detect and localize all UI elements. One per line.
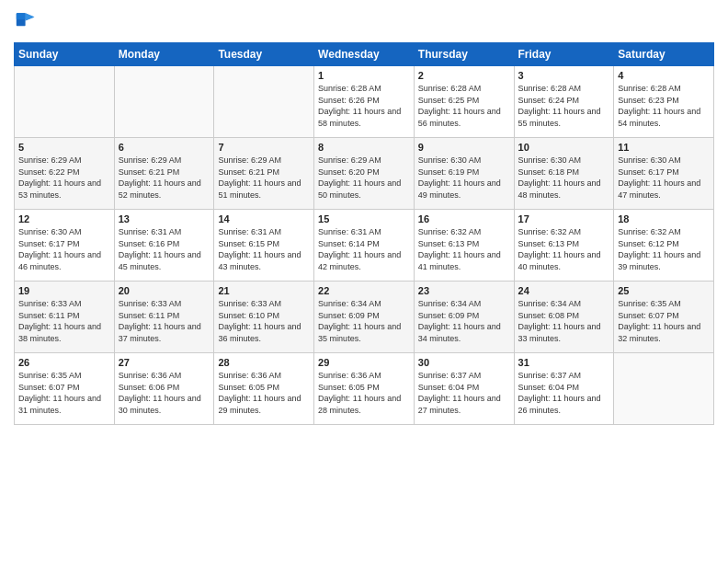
svg-rect-2	[17, 13, 26, 19]
day-info: Sunrise: 6:28 AMSunset: 6:25 PMDaylight:…	[418, 83, 510, 129]
day-info: Sunrise: 6:33 AMSunset: 6:11 PMDaylight:…	[18, 298, 110, 344]
calendar-cell: 14Sunrise: 6:31 AMSunset: 6:15 PMDayligh…	[214, 210, 314, 282]
day-number: 4	[618, 70, 710, 81]
calendar-cell: 12Sunrise: 6:30 AMSunset: 6:17 PMDayligh…	[15, 210, 115, 282]
day-info: Sunrise: 6:29 AMSunset: 6:21 PMDaylight:…	[119, 155, 210, 201]
calendar-cell: 10Sunrise: 6:30 AMSunset: 6:18 PMDayligh…	[514, 138, 614, 210]
day-number: 24	[518, 285, 610, 296]
calendar-body: 1Sunrise: 6:28 AMSunset: 6:26 PMDaylight…	[15, 66, 714, 425]
header	[14, 9, 714, 35]
day-number: 7	[218, 142, 310, 153]
weekday-header-monday: Monday	[114, 43, 214, 66]
calendar-cell: 8Sunrise: 6:29 AMSunset: 6:20 PMDaylight…	[314, 138, 415, 210]
day-info: Sunrise: 6:36 AMSunset: 6:06 PMDaylight:…	[119, 370, 210, 416]
calendar-cell: 30Sunrise: 6:37 AMSunset: 6:04 PMDayligh…	[414, 353, 514, 425]
calendar-header: SundayMondayTuesdayWednesdayThursdayFrid…	[15, 43, 714, 66]
calendar-cell: 23Sunrise: 6:34 AMSunset: 6:09 PMDayligh…	[414, 282, 514, 353]
calendar-cell: 3Sunrise: 6:28 AMSunset: 6:24 PMDaylight…	[514, 66, 614, 138]
day-number: 27	[119, 357, 210, 368]
day-number: 18	[618, 213, 710, 224]
calendar-week-2: 5Sunrise: 6:29 AMSunset: 6:22 PMDaylight…	[15, 138, 714, 210]
weekday-header-tuesday: Tuesday	[214, 43, 314, 66]
day-info: Sunrise: 6:32 AMSunset: 6:12 PMDaylight:…	[618, 226, 710, 272]
calendar-cell: 11Sunrise: 6:30 AMSunset: 6:17 PMDayligh…	[614, 138, 714, 210]
day-number: 23	[418, 285, 510, 296]
day-number: 29	[318, 357, 410, 368]
day-info: Sunrise: 6:29 AMSunset: 6:22 PMDaylight:…	[18, 155, 110, 201]
calendar-page: SundayMondayTuesdayWednesdayThursdayFrid…	[0, 0, 728, 563]
calendar-cell: 31Sunrise: 6:37 AMSunset: 6:04 PMDayligh…	[514, 353, 614, 425]
day-info: Sunrise: 6:34 AMSunset: 6:09 PMDaylight:…	[418, 298, 510, 344]
calendar-cell: 25Sunrise: 6:35 AMSunset: 6:07 PMDayligh…	[614, 282, 714, 353]
weekday-header-thursday: Thursday	[414, 43, 514, 66]
day-number: 5	[18, 142, 110, 153]
day-info: Sunrise: 6:36 AMSunset: 6:05 PMDaylight:…	[318, 370, 410, 416]
day-info: Sunrise: 6:33 AMSunset: 6:11 PMDaylight:…	[119, 298, 210, 344]
day-info: Sunrise: 6:30 AMSunset: 6:17 PMDaylight:…	[618, 155, 710, 201]
calendar-cell: 26Sunrise: 6:35 AMSunset: 6:07 PMDayligh…	[15, 353, 115, 425]
day-info: Sunrise: 6:31 AMSunset: 6:14 PMDaylight:…	[318, 226, 410, 272]
calendar-cell: 7Sunrise: 6:29 AMSunset: 6:21 PMDaylight…	[214, 138, 314, 210]
svg-marker-4	[26, 13, 35, 20]
day-info: Sunrise: 6:34 AMSunset: 6:09 PMDaylight:…	[318, 298, 410, 344]
day-info: Sunrise: 6:34 AMSunset: 6:08 PMDaylight:…	[518, 298, 610, 344]
calendar-cell: 16Sunrise: 6:32 AMSunset: 6:13 PMDayligh…	[414, 210, 514, 282]
day-number: 14	[218, 213, 310, 224]
calendar-cell: 21Sunrise: 6:33 AMSunset: 6:10 PMDayligh…	[214, 282, 314, 353]
calendar-table: SundayMondayTuesdayWednesdayThursdayFrid…	[14, 42, 714, 425]
calendar-cell: 29Sunrise: 6:36 AMSunset: 6:05 PMDayligh…	[314, 353, 415, 425]
calendar-week-5: 26Sunrise: 6:35 AMSunset: 6:07 PMDayligh…	[15, 353, 714, 425]
day-info: Sunrise: 6:35 AMSunset: 6:07 PMDaylight:…	[618, 298, 710, 344]
calendar-cell: 18Sunrise: 6:32 AMSunset: 6:12 PMDayligh…	[614, 210, 714, 282]
calendar-week-1: 1Sunrise: 6:28 AMSunset: 6:26 PMDaylight…	[15, 66, 714, 138]
day-number: 1	[318, 70, 410, 81]
day-number: 16	[418, 213, 510, 224]
day-info: Sunrise: 6:37 AMSunset: 6:04 PMDaylight:…	[518, 370, 610, 416]
calendar-cell: 28Sunrise: 6:36 AMSunset: 6:05 PMDayligh…	[214, 353, 314, 425]
calendar-cell: 5Sunrise: 6:29 AMSunset: 6:22 PMDaylight…	[15, 138, 115, 210]
day-number: 6	[119, 142, 210, 153]
day-number: 11	[618, 142, 710, 153]
day-number: 2	[418, 70, 510, 81]
calendar-cell: 17Sunrise: 6:32 AMSunset: 6:13 PMDayligh…	[514, 210, 614, 282]
day-number: 20	[119, 285, 210, 296]
calendar-cell: 9Sunrise: 6:30 AMSunset: 6:19 PMDaylight…	[414, 138, 514, 210]
day-number: 31	[518, 357, 610, 368]
day-number: 26	[18, 357, 110, 368]
calendar-cell	[15, 66, 115, 138]
calendar-cell: 13Sunrise: 6:31 AMSunset: 6:16 PMDayligh…	[114, 210, 214, 282]
day-info: Sunrise: 6:32 AMSunset: 6:13 PMDaylight:…	[518, 226, 610, 272]
weekday-header-sunday: Sunday	[15, 43, 115, 66]
weekday-header-saturday: Saturday	[614, 43, 714, 66]
day-info: Sunrise: 6:28 AMSunset: 6:24 PMDaylight:…	[518, 83, 610, 129]
calendar-cell: 4Sunrise: 6:28 AMSunset: 6:23 PMDaylight…	[614, 66, 714, 138]
calendar-week-4: 19Sunrise: 6:33 AMSunset: 6:11 PMDayligh…	[15, 282, 714, 353]
day-info: Sunrise: 6:29 AMSunset: 6:21 PMDaylight:…	[218, 155, 310, 201]
calendar-week-3: 12Sunrise: 6:30 AMSunset: 6:17 PMDayligh…	[15, 210, 714, 282]
day-info: Sunrise: 6:33 AMSunset: 6:10 PMDaylight:…	[218, 298, 310, 344]
day-info: Sunrise: 6:30 AMSunset: 6:18 PMDaylight:…	[518, 155, 610, 201]
day-number: 25	[618, 285, 710, 296]
calendar-cell	[114, 66, 214, 138]
calendar-cell: 22Sunrise: 6:34 AMSunset: 6:09 PMDayligh…	[314, 282, 415, 353]
day-info: Sunrise: 6:28 AMSunset: 6:23 PMDaylight:…	[618, 83, 710, 129]
day-number: 28	[218, 357, 310, 368]
calendar-cell	[214, 66, 314, 138]
day-number: 30	[418, 357, 510, 368]
logo-icon	[14, 9, 40, 35]
weekday-header-row: SundayMondayTuesdayWednesdayThursdayFrid…	[15, 43, 714, 66]
day-info: Sunrise: 6:30 AMSunset: 6:17 PMDaylight:…	[18, 226, 110, 272]
day-info: Sunrise: 6:36 AMSunset: 6:05 PMDaylight:…	[218, 370, 310, 416]
day-number: 15	[318, 213, 410, 224]
day-info: Sunrise: 6:28 AMSunset: 6:26 PMDaylight:…	[318, 83, 410, 129]
calendar-cell: 1Sunrise: 6:28 AMSunset: 6:26 PMDaylight…	[314, 66, 415, 138]
calendar-cell: 2Sunrise: 6:28 AMSunset: 6:25 PMDaylight…	[414, 66, 514, 138]
day-number: 8	[318, 142, 410, 153]
day-info: Sunrise: 6:35 AMSunset: 6:07 PMDaylight:…	[18, 370, 110, 416]
calendar-cell	[614, 353, 714, 425]
day-number: 12	[18, 213, 110, 224]
day-number: 13	[119, 213, 210, 224]
day-number: 21	[218, 285, 310, 296]
calendar-cell: 19Sunrise: 6:33 AMSunset: 6:11 PMDayligh…	[15, 282, 115, 353]
day-info: Sunrise: 6:31 AMSunset: 6:15 PMDaylight:…	[218, 226, 310, 272]
